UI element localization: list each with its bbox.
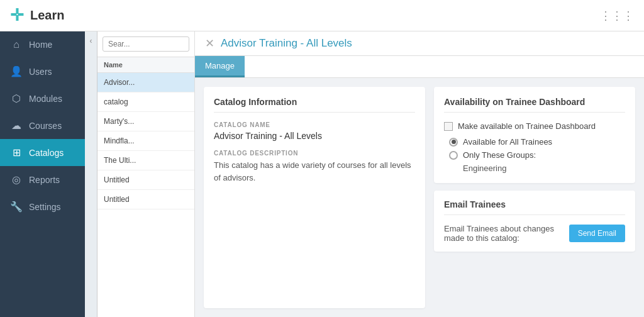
sidebar: ⌂ Home 👤 Users ⬡ Modules ☁ Courses ⊞ Cat… [0,31,85,317]
catalog-desc-value: This catalog has a wide variety of cours… [214,159,415,184]
catalog-info-title: Catalog Information [214,97,415,113]
sidebar-label-users: Users [29,67,52,77]
home-icon: ⌂ [10,39,23,50]
grid-icon[interactable]: ⋮⋮⋮ [600,9,634,23]
right-column: Availability on Trainee Dashboard Make a… [434,87,635,308]
radio-all-row: Available for All Trainees [444,137,625,147]
logo-icon: ✛ [10,6,24,25]
main-layout: ⌂ Home 👤 Users ⬡ Modules ☁ Courses ⊞ Cat… [0,31,644,317]
make-available-row: Make available on Trainee Dashboard [444,121,625,131]
list-search-area [97,31,194,57]
make-available-checkbox[interactable] [444,122,453,131]
catalogs-icon: ⊞ [10,147,23,158]
list-item[interactable]: catalog [97,92,194,112]
close-button[interactable]: ✕ [205,36,214,50]
sidebar-item-reports[interactable]: ◎ Reports [0,166,85,193]
email-row: Email Trainees about changes made to thi… [444,224,625,243]
list-item[interactable]: The Ulti... [97,151,194,170]
reports-icon: ◎ [10,174,23,186]
list-item[interactable]: Advisor... [97,73,194,92]
radio-groups-label: Only These Groups: [463,150,536,160]
radio-groups-value: Engineering [444,164,625,173]
sidebar-item-courses[interactable]: ☁ Courses [0,112,85,139]
radio-groups[interactable] [449,151,458,160]
list-item[interactable]: Mindfla... [97,131,194,151]
email-description: Email Trainees about changes made to thi… [444,224,569,243]
sidebar-label-catalogs: Catalogs [29,148,64,158]
sidebar-item-home[interactable]: ⌂ Home [0,31,85,58]
make-available-label: Make available on Trainee Dashboard [458,121,596,131]
content-header: ✕ Advisor Training - All Levels [195,31,644,56]
catalog-desc-label: CATALOG DESCRIPTION [214,150,415,157]
list-item[interactable]: Untitled [97,170,194,190]
courses-icon: ☁ [10,120,23,131]
catalog-name-value: Advisor Training - All Levels [214,131,415,141]
users-icon: 👤 [10,65,23,77]
list-column-header: Name [97,57,194,73]
list-item[interactable]: Marty's... [97,112,194,131]
sidebar-label-settings: Settings [29,202,61,212]
list-panel: Name Advisor... catalog Marty's... Mindf… [97,31,195,317]
content-area: ✕ Advisor Training - All Levels Manage C… [195,31,644,317]
search-input[interactable] [103,36,189,52]
modules-icon: ⬡ [10,92,23,104]
tab-manage[interactable]: Manage [195,56,245,77]
email-card: Email Trainees Email Trainees about chan… [434,191,635,252]
sidebar-item-modules[interactable]: ⬡ Modules [0,85,85,112]
sidebar-label-modules: Modules [29,94,62,104]
sidebar-item-settings[interactable]: 🔧 Settings [0,193,85,220]
collapse-button[interactable]: ‹ [90,36,92,45]
settings-icon: 🔧 [10,201,23,213]
tabs-bar: Manage [195,56,644,78]
sidebar-label-courses: Courses [29,121,62,131]
logo-text: Learn [30,8,64,23]
availability-title: Availability on Trainee Dashboard [444,97,625,113]
email-title: Email Trainees [444,199,625,215]
sidebar-label-home: Home [29,40,52,50]
logo-area: ✛ Learn [10,6,64,25]
radio-groups-row: Only These Groups: [444,150,625,160]
list-item[interactable]: Untitled [97,190,194,209]
send-email-button[interactable]: Send Email [569,225,625,242]
content-title: Advisor Training - All Levels [221,37,352,50]
top-header: ✛ Learn ⋮⋮⋮ [0,0,644,31]
availability-card: Availability on Trainee Dashboard Make a… [434,87,635,183]
collapse-bar: ‹ [85,31,97,317]
catalog-info-panel: Catalog Information CATALOG NAME Advisor… [204,87,425,308]
radio-all-trainees[interactable] [449,138,458,147]
sidebar-label-reports: Reports [29,175,60,185]
sidebar-item-users[interactable]: 👤 Users [0,58,85,85]
catalog-name-label: CATALOG NAME [214,121,415,128]
radio-all-label: Available for All Trainees [463,137,552,147]
panels-container: Catalog Information CATALOG NAME Advisor… [195,78,644,317]
sidebar-item-catalogs[interactable]: ⊞ Catalogs [0,139,85,166]
